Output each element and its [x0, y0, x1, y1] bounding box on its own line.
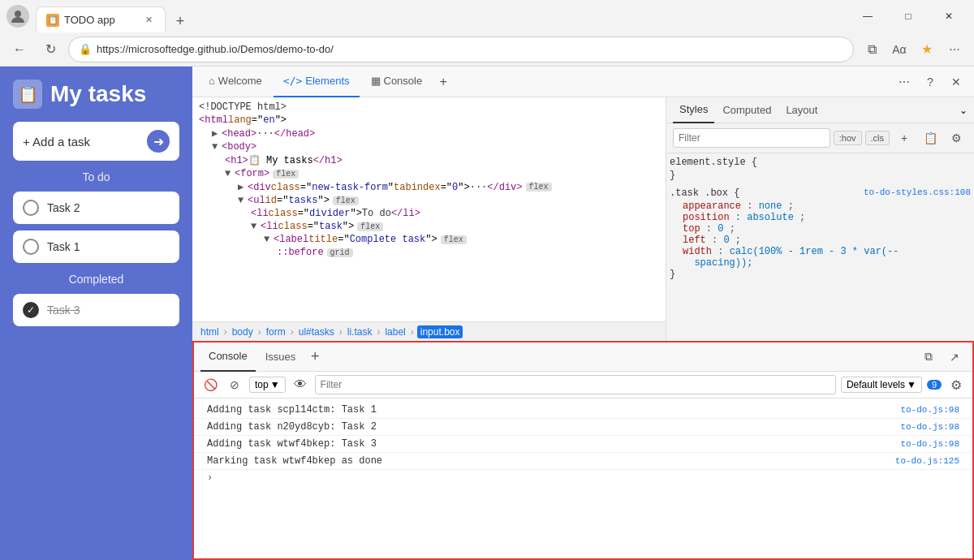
styles-tab-computed[interactable]: Computed [716, 97, 778, 123]
maximize-button[interactable]: □ [890, 3, 927, 29]
html-line-form[interactable]: ▼ <form> flex [192, 167, 666, 180]
main-content: 📋 My tasks + Add a task ➜ To do Task 2 T… [0, 67, 974, 560]
breadcrumb-li-task[interactable]: li.task [346, 326, 374, 338]
close-button[interactable]: ✕ [930, 3, 968, 29]
task-item-2[interactable]: Task 2 [13, 192, 179, 224]
html-line-html[interactable]: <html lang="en"> [192, 114, 666, 127]
task-item-1[interactable]: Task 1 [13, 230, 179, 263]
console-line-2-source[interactable]: to-do.js:98 [900, 422, 959, 432]
elements-content: <!DOCTYPE html> <html lang="en"> ▶ <head… [192, 97, 666, 321]
breadcrumb-body[interactable]: body [231, 326, 255, 338]
html-line-body[interactable]: ▼ <body> [192, 140, 666, 153]
task-item-3[interactable]: ✓ Task 3 [13, 294, 179, 326]
console-tab-issues[interactable]: Issues [257, 342, 304, 372]
devtools-tab-console[interactable]: ▦ Console [361, 67, 433, 97]
breadcrumb-ul-tasks[interactable]: ul#tasks [297, 326, 336, 338]
devtools-close-icon[interactable]: ✕ [945, 71, 968, 93]
task-2-checkbox[interactable] [23, 200, 39, 216]
elements-tree-panel: <!DOCTYPE html> <html lang="en"> ▶ <head… [192, 97, 666, 341]
breadcrumb-html[interactable]: html [199, 326, 221, 338]
error-count-badge: 9 [927, 380, 942, 390]
html-line-divider[interactable]: <li class="divider"> To do </li> [192, 207, 666, 220]
console-settings-button[interactable]: ⚙ [946, 375, 966, 394]
tab-manager-icon[interactable]: ⧉ [859, 37, 885, 62]
html-line-new-task-form[interactable]: ▶ <div class="new-task-form" tabindex="0… [192, 180, 666, 194]
console-dock-icon[interactable]: ⧉ [917, 346, 940, 368]
more-options-icon[interactable]: ··· [942, 37, 968, 62]
html-line-li-task[interactable]: ▼ <li class="task"> flex [192, 220, 666, 233]
html-line-before[interactable]: ::before grid [192, 246, 666, 259]
console-clear-button[interactable]: 🚫 [200, 375, 220, 394]
styles-cls-button[interactable]: .cls [865, 131, 890, 145]
devtools-tab-welcome[interactable]: ⌂ Welcome [199, 67, 272, 97]
styles-panel: Styles Computed Layout ⌄ :hov .cls + 📋 ⚙ [666, 97, 974, 341]
lock-icon: 🔒 [79, 43, 92, 55]
minimize-button[interactable]: — [849, 3, 886, 29]
console-tab-console[interactable]: Console [200, 342, 256, 372]
style-close-brace: } [670, 170, 971, 181]
back-button[interactable]: ← [6, 37, 32, 62]
welcome-icon: ⌂ [209, 75, 215, 87]
task-3-checkbox[interactable]: ✓ [23, 302, 39, 318]
favorites-icon[interactable]: ★ [914, 37, 940, 62]
tab-close-button[interactable]: ✕ [142, 14, 155, 27]
html-line-h1[interactable]: <h1> 📋 My tasks </h1> [192, 153, 666, 167]
refresh-button[interactable]: ↻ [37, 37, 63, 62]
styles-add-rule-icon[interactable]: + [893, 127, 916, 149]
devtools-tab-elements[interactable]: </> Elements [274, 67, 360, 97]
console-line-2: Adding task n20yd8cyb: Task 2 to-do.js:9… [194, 419, 972, 436]
html-line-ul[interactable]: ▼ <ul id="tasks"> flex [192, 194, 666, 207]
style-source-link-1[interactable]: to-do-styles.css:108 [864, 187, 971, 197]
styles-tab-styles[interactable]: Styles [673, 97, 714, 123]
console-block-button[interactable]: ⊘ [225, 375, 244, 394]
breadcrumb-bar: html › body › form › ul#tasks › li.task … [192, 321, 666, 341]
devtools-add-tab-button[interactable]: + [433, 72, 453, 92]
styles-hov-button[interactable]: :hov [834, 131, 862, 145]
styles-copy-icon[interactable]: 📋 [919, 127, 942, 149]
add-task-button[interactable]: + Add a task ➜ [13, 122, 179, 161]
todo-section-label: To do [13, 170, 179, 183]
styles-tab-layout[interactable]: Layout [779, 97, 824, 123]
console-context-select[interactable]: top ▼ [249, 377, 286, 393]
styles-settings-icon[interactable]: ⚙ [945, 127, 968, 149]
style-prop-left: left : 0 ; [670, 235, 971, 246]
console-line-3-text: Adding task wtwf4bkep: Task 3 [207, 438, 377, 450]
svg-point-0 [15, 11, 21, 17]
console-filter-input[interactable] [315, 375, 836, 394]
read-aloud-icon[interactable]: Aα [886, 37, 912, 62]
console-line-1-text: Adding task scpl14ctm: Task 1 [207, 404, 377, 416]
breadcrumb-label[interactable]: label [383, 326, 407, 338]
styles-tab-more-icon[interactable]: ⌄ [959, 105, 968, 116]
task-1-checkbox[interactable] [23, 239, 39, 255]
styles-filter-input[interactable] [673, 128, 830, 148]
breadcrumb-form[interactable]: form [265, 326, 287, 338]
console-line-4: Marking task wtwf4bkep as done to-do.js:… [194, 453, 972, 470]
welcome-label: Welcome [218, 75, 262, 87]
address-field[interactable]: 🔒 https://microsoftedge.github.io/Demos/… [68, 37, 854, 62]
console-line-4-source[interactable]: to-do.js:125 [895, 456, 959, 466]
style-prop-width: width : calc(100% - 1rem - 3 * var(-- [670, 246, 971, 257]
console-popout-icon[interactable]: ↗ [943, 346, 966, 368]
console-add-tab-button[interactable]: + [305, 347, 325, 367]
console-line-1-source[interactable]: to-do.js:98 [900, 405, 959, 415]
devtools-help-icon[interactable]: ? [919, 71, 942, 93]
style-prop-width-cont: spacing)); [670, 257, 971, 269]
console-toolbar: 🚫 ⊘ top ▼ 👁 Default levels ▼ 9 ⚙ [194, 372, 972, 398]
console-eye-button[interactable]: 👁 [291, 375, 310, 394]
profile-icon[interactable] [6, 5, 29, 28]
window-controls: — □ ✕ [849, 3, 968, 29]
html-line-label[interactable]: ▼ <label title="Complete task"> flex [192, 233, 666, 246]
breadcrumb-input-box[interactable]: input.box [417, 325, 463, 338]
console-tab-icon: ▦ [371, 75, 381, 87]
console-line-3-source[interactable]: to-do.js:98 [900, 439, 959, 449]
console-prompt[interactable]: › [194, 470, 972, 486]
devtools-inspect-icon[interactable]: ⋯ [893, 71, 916, 93]
style-rule-task-box: .task .box { to-do-styles.css:108 appear… [670, 187, 971, 280]
active-tab[interactable]: 📋 TODO app ✕ [36, 6, 166, 32]
console-level-select[interactable]: Default levels ▼ [841, 377, 922, 393]
level-label: Default levels [847, 379, 905, 390]
style-selector-task-box: .task .box { to-do-styles.css:108 [670, 187, 971, 199]
new-tab-button[interactable]: + [169, 10, 192, 32]
tab-title: TODO app [64, 14, 137, 26]
html-line-head[interactable]: ▶ <head> ··· </head> [192, 127, 666, 140]
